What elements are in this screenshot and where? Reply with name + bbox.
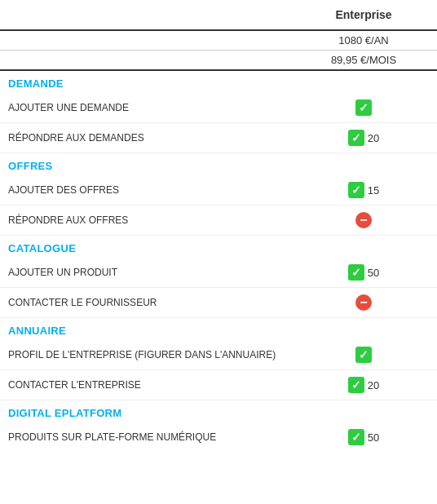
feature-value-annuaire-1: 20 bbox=[298, 377, 429, 393]
section-label-catalogue: CATALOGUE bbox=[8, 242, 76, 254]
minus-icon bbox=[355, 294, 372, 311]
count-label: 20 bbox=[368, 132, 379, 144]
feature-label-demande-0: AJOUTER UNE DEMANDE bbox=[8, 101, 298, 115]
section-header-annuaire: ANNUAIRE bbox=[0, 318, 437, 340]
feature-row-demande-0: AJOUTER UNE DEMANDE bbox=[0, 93, 437, 123]
feature-label-catalogue-0: AJOUTER UN PRODUIT bbox=[8, 266, 298, 280]
section-header-digital: DIGITAL ePLATFORM bbox=[0, 400, 437, 422]
section-label-demande: DEMANDE bbox=[8, 77, 64, 90]
check-icon bbox=[355, 99, 372, 116]
feature-value-annuaire-0 bbox=[298, 347, 429, 363]
feature-row-annuaire-1: CONTACTER L'ENTREPRISE20 bbox=[0, 370, 437, 400]
feature-row-offres-1: RÉPONDRE AUX OFFRES bbox=[0, 206, 437, 236]
enterprise-title: Enterprise bbox=[298, 8, 429, 21]
count-label: 20 bbox=[368, 379, 379, 391]
count-label: 15 bbox=[368, 184, 379, 197]
feature-value-demande-1: 20 bbox=[298, 130, 429, 146]
check-icon bbox=[348, 429, 364, 445]
feature-label-offres-1: RÉPONDRE AUX OFFRES bbox=[8, 214, 298, 228]
feature-value-catalogue-1 bbox=[298, 294, 429, 311]
price-annual: 1080 €/AN bbox=[298, 34, 429, 46]
feature-value-offres-0: 15 bbox=[298, 182, 429, 198]
count-label: 50 bbox=[368, 267, 379, 279]
enterprise-header: Enterprise bbox=[298, 8, 429, 24]
feature-row-digital-0: PRODUITS SUR PLATE-FORME NUMÉRIQUE50 bbox=[0, 422, 437, 452]
section-header-catalogue: CATALOGUE bbox=[0, 236, 437, 258]
count-label: 50 bbox=[368, 431, 379, 444]
section-header-offres: OFFRES bbox=[0, 153, 437, 175]
check-icon bbox=[348, 264, 364, 281]
minus-icon bbox=[355, 212, 372, 228]
sections-container: DEMANDEAJOUTER UNE DEMANDERÉPONDRE AUX D… bbox=[0, 71, 437, 452]
feature-label-demande-1: RÉPONDRE AUX DEMANDES bbox=[8, 131, 298, 145]
feature-value-demande-0 bbox=[298, 99, 429, 116]
section-label-digital: DIGITAL ePLATFORM bbox=[8, 407, 121, 419]
check-icon bbox=[348, 182, 364, 198]
price-annual-label-col bbox=[8, 34, 298, 46]
price-monthly-label-col bbox=[8, 54, 298, 66]
feature-value-catalogue-0: 50 bbox=[298, 264, 429, 281]
section-label-annuaire: ANNUAIRE bbox=[8, 325, 66, 337]
price-monthly: 89,95 €/MOIS bbox=[298, 54, 429, 66]
section-label-offres: OFFRES bbox=[8, 160, 53, 172]
check-icon bbox=[355, 347, 372, 363]
feature-label-annuaire-1: CONTACTER L'ENTREPRISE bbox=[8, 378, 298, 392]
check-icon bbox=[348, 130, 364, 146]
feature-row-offres-0: AJOUTER DES OFFRES15 bbox=[0, 175, 437, 206]
feature-row-catalogue-1: CONTACTER LE FOURNISSEUR bbox=[0, 288, 437, 318]
feature-label-digital-0: PRODUITS SUR PLATE-FORME NUMÉRIQUE bbox=[8, 431, 298, 444]
feature-label-catalogue-1: CONTACTER LE FOURNISSEUR bbox=[8, 296, 298, 310]
feature-row-annuaire-0: PROFIL DE L'ENTREPRISE (FIGURER DANS L'A… bbox=[0, 340, 437, 370]
feature-value-digital-0: 50 bbox=[298, 429, 429, 445]
feature-row-catalogue-0: AJOUTER UN PRODUIT50 bbox=[0, 258, 437, 288]
section-header-demande: DEMANDE bbox=[0, 71, 437, 93]
check-icon bbox=[348, 377, 364, 393]
feature-label-offres-0: AJOUTER DES OFFRES bbox=[8, 183, 298, 197]
pricing-table: Enterprise 1080 €/AN 89,95 €/MOIS DEMAND… bbox=[0, 0, 437, 452]
feature-row-demande-1: RÉPONDRE AUX DEMANDES20 bbox=[0, 123, 437, 153]
feature-label-annuaire-0: PROFIL DE L'ENTREPRISE (FIGURER DANS L'A… bbox=[8, 348, 298, 362]
feature-value-offres-1 bbox=[298, 212, 429, 228]
